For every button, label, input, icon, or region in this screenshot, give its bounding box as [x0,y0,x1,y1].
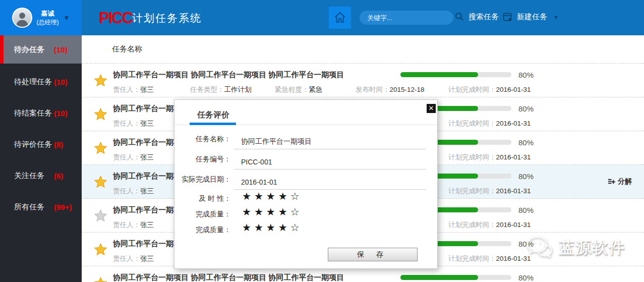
sidebar-item[interactable]: 待结案任务 (10) [0,97,82,129]
sidebar-item[interactable]: 待处理任务 (10) [0,66,82,97]
field-label: 任务编号： [174,149,231,170]
rating-row: 完成质量： ★★★★☆ [174,204,437,219]
list-header: 任务名称 [82,35,644,64]
rating-label: 及 时 性： [174,189,231,203]
dialog-title: 任务评价 [197,110,229,121]
task-row-body: 协同工作平台一期项目 协同工作平台一期项目 协同工作平台一期项目 80% 责任人… [113,64,644,97]
dialog-ratings: 及 时 性： ★★★★☆ 完成质量： ★★★★☆ 完成质量： ★★★★☆ [174,188,437,235]
progress-bar [400,275,511,280]
task-type: 任务类型：工作计划 [190,85,275,94]
sidebar-item-label: 待结案任务 [14,108,54,118]
rating-label: 完成质量： [174,204,231,219]
task-title[interactable]: 协同工作平台一期项目 协同工作平台一期项目 协同工作平台一期项目 [113,273,400,282]
sidebar-item-count: (99+) [54,203,72,211]
sidebar-item-label: 待处理任务 [14,77,54,87]
task-owner: 责任人：张三 [113,85,190,94]
field-label: 任务名称： [174,129,231,149]
rating-label: 完成质量： [174,220,231,235]
task-plan-time: 计划完成时间：2016-01-31 [448,153,531,162]
tab-active-indicator [190,123,236,125]
dialog-field: 实际完成日期： [174,170,437,190]
dialog-field: 任务编号： [174,149,437,170]
progress-fill [400,72,478,77]
chevron-down-icon: ▼ [64,14,70,22]
sidebar-item-count: (6) [54,172,63,180]
search-input[interactable] [360,11,453,25]
picc-logo: PICC [99,9,132,27]
field-input[interactable] [234,149,426,170]
progress-percent: 80% [511,138,546,147]
user-name: 嘉诚 (总经理) [37,9,59,26]
watermark-text: 蓝源软件 [559,237,625,258]
sidebar-item-count: (10) [54,109,68,118]
save-button[interactable]: 保 存 [328,248,418,261]
list-header-label: 任务名称 [112,44,142,54]
new-task-button[interactable]: 新建任务 ▼ [502,12,559,22]
user-role-text: (总经理) [37,18,59,26]
sidebar-item[interactable]: 关注任务 (6) [0,160,82,191]
field-input[interactable] [234,170,426,190]
avatar [12,8,32,28]
sidebar-item-count: (10) [54,45,68,54]
close-icon[interactable]: ✕ [427,104,436,113]
star-icon[interactable] [94,97,113,131]
task-urgency: 紧急程度：紧急 [275,85,356,94]
star-icon[interactable] [94,199,113,232]
sidebar-item[interactable]: 待评价任务 (8) [0,129,82,160]
sidebar-item-label: 待评价任务 [14,140,54,149]
sidebar-item[interactable]: 待办任务 (10) [0,35,82,64]
sidebar: 待办任务 (10) 待处理任务 (10) 待结案任务 (10) 待评价任务 (8… [0,35,82,282]
task-plan-time: 计划完成时间：2016-01-31 [448,187,531,196]
dialog-field: 任务名称： [174,129,437,149]
sidebar-item-count: (10) [54,78,68,86]
star-icon[interactable] [94,233,113,266]
home-button[interactable] [329,7,351,29]
task-plan-time: 计划完成时间：2016-01-31 [448,220,531,230]
progress-percent: 80% [511,172,546,181]
sidebar-item-label: 待办任务 [14,45,54,54]
wechat-icon [525,235,555,260]
task-title[interactable]: 协同工作平台一期项目 协同工作平台一期项目 协同工作平台一期项目 [113,70,400,80]
progress-percent: 80% [511,273,546,282]
progress-bar [400,72,511,77]
rating-stars[interactable]: ★★★★☆ [242,221,303,234]
search-task-label: 搜索任务 [469,12,499,22]
star-icon[interactable] [94,266,113,282]
dialog-fields: 任务名称： 任务编号： 实际完成日期： [174,129,437,190]
progress-percent: 80% [511,104,546,113]
caret-down-icon: ▼ [553,14,559,20]
search-task-button[interactable]: 搜索任务 [454,12,499,22]
star-icon[interactable] [94,64,113,97]
new-task-icon [502,12,513,22]
field-input[interactable] [234,129,426,149]
decompose-icon [608,178,615,186]
sidebar-item-label: 所有任务 [14,202,54,212]
user-menu[interactable]: 嘉诚 (总经理) ▼ [0,0,82,35]
rating-row: 完成质量： ★★★★☆ [174,219,437,235]
star-icon[interactable] [94,131,113,164]
task-row[interactable]: 协同工作平台一期项目 协同工作平台一期项目 协同工作平台一期项目 80% 责任人… [82,64,644,97]
user-name-text: 嘉诚 [37,9,59,18]
home-icon [333,11,346,24]
app-title: 计划任务系统 [132,11,202,25]
search-icon [454,12,464,22]
task-plan-time: 计划完成时间：2016-01-31 [448,254,531,263]
task-plan-time: 计划完成时间：2016-01-31 [448,85,531,94]
watermark: 蓝源软件 [525,235,625,260]
sidebar-item[interactable]: 所有任务 (99+) [0,191,82,222]
person-icon [14,10,31,27]
progress-fill [400,275,478,280]
rating-row: 及 时 性： ★★★★☆ [174,188,437,204]
progress-percent: 80% [511,71,546,79]
rating-stars[interactable]: ★★★★☆ [242,206,303,218]
sidebar-item-label: 关注任务 [14,171,54,181]
task-publish-time: 发布时间：2015-12-18 [356,85,448,94]
star-icon[interactable] [94,165,113,198]
progress-percent: 80% [511,206,546,214]
rating-stars[interactable]: ★★★★☆ [242,190,303,202]
decompose-label: 分解 [618,177,632,186]
sidebar-item-count: (8) [54,140,63,149]
decompose-button[interactable]: 分解 [608,177,632,186]
app-header: 嘉诚 (总经理) ▼ PICC 计划任务系统 搜索任务 新建任务 ▼ [0,0,644,35]
new-task-label: 新建任务 [517,12,547,22]
